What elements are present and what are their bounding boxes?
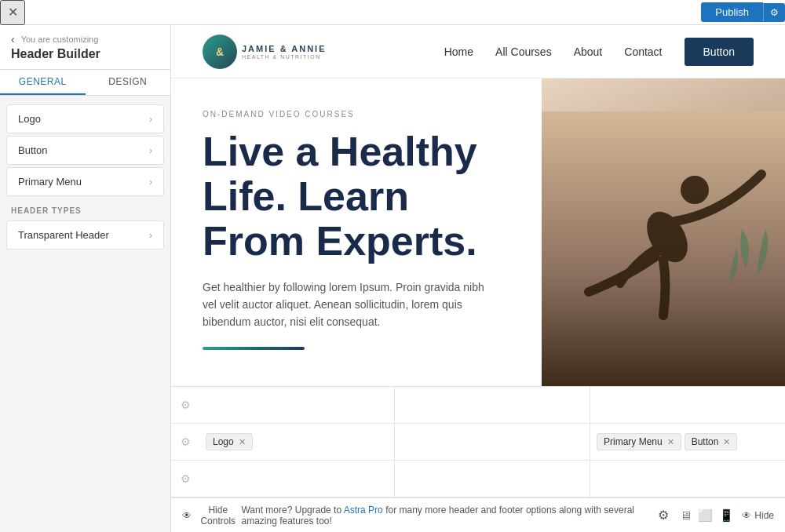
publish-area: Publish ⚙ [701, 2, 785, 22]
hide-button[interactable]: 👁 Hide [742, 510, 774, 521]
svg-point-2 [681, 176, 709, 204]
builder-col-1-1[interactable] [199, 387, 395, 423]
panel-item-transparent-label: Transparent Header [18, 229, 109, 241]
logo-tag[interactable]: Logo ✕ [206, 433, 253, 450]
top-bar: ✕ Publish ⚙ [0, 0, 785, 25]
mobile-icon[interactable]: 📱 [719, 508, 734, 523]
left-panel: ‹ You are customizing Header Builder GEN… [0, 25, 171, 532]
footer-right: ⚙ 🖥 ⬜ 📱 👁 Hide [655, 505, 774, 526]
site-nav: Home All Courses About Contact Button [444, 38, 754, 66]
chevron-icon: › [149, 177, 152, 188]
nav-all-courses[interactable]: All Courses [495, 46, 552, 58]
upgrade-text: Want more? Upgrade to [241, 505, 341, 516]
panel-item-logo-label: Logo [18, 113, 41, 125]
panel-item-button[interactable]: Button › [6, 136, 164, 165]
site-header: & JAMIE & ANNIE HEALTH & NUTRITION Home … [171, 25, 785, 78]
logo-circle: & [203, 35, 237, 69]
row-handle-3: ⚙ [171, 472, 199, 485]
logo-name: JAMIE & ANNIE [242, 43, 327, 54]
button-tag[interactable]: Button ✕ [685, 433, 738, 450]
eye-icon: 👁 [182, 510, 192, 521]
panel-title: Header Builder [11, 47, 159, 61]
footer-bar: 👁 Hide Controls Want more? Upgrade to As… [171, 497, 785, 532]
logo-ampersand: & [216, 46, 224, 58]
nav-about[interactable]: About [574, 46, 603, 58]
close-button[interactable]: ✕ [0, 0, 25, 25]
builder-bar: ⚙ ⚙ Logo ✕ Primary Menu ✕ [171, 386, 785, 497]
row-handle-1: ⚙ [171, 399, 199, 411]
publish-button[interactable]: Publish [701, 2, 763, 22]
tablet-icon[interactable]: ⬜ [698, 508, 713, 523]
primary-menu-tag[interactable]: Primary Menu ✕ [597, 433, 681, 450]
hide-icon: 👁 [742, 510, 751, 521]
logo-tag-label: Logo [213, 436, 234, 447]
panel-item-primary-menu-label: Primary Menu [18, 176, 82, 188]
hide-label: Hide [754, 510, 774, 521]
builder-col-1-2[interactable] [395, 387, 590, 423]
device-icons: 🖥 ⬜ 📱 [680, 508, 734, 523]
hero-image [542, 78, 785, 386]
back-button[interactable]: ‹ [11, 33, 15, 46]
nav-cta-button[interactable]: Button [685, 38, 754, 66]
footer-center: Want more? Upgrade to Astra Pro for many… [241, 505, 655, 527]
button-tag-label: Button [692, 436, 719, 447]
primary-menu-tag-label: Primary Menu [604, 436, 663, 447]
hide-controls-button[interactable]: 👁 Hide Controls [182, 505, 241, 527]
tab-general[interactable]: GENERAL [0, 70, 86, 95]
builder-row-2: ⚙ Logo ✕ Primary Menu ✕ Button ✕ [171, 424, 785, 461]
panel-header: ‹ You are customizing Header Builder [0, 25, 170, 70]
panel-item-primary-menu[interactable]: Primary Menu › [6, 167, 164, 196]
hero-underline [203, 347, 305, 350]
builder-col-2-1[interactable]: Logo ✕ [199, 424, 395, 460]
desktop-icon[interactable]: 🖥 [680, 508, 692, 523]
preview-area: & JAMIE & ANNIE HEALTH & NUTRITION Home … [171, 25, 785, 532]
builder-col-1-3[interactable] [590, 387, 785, 423]
site-logo: & JAMIE & ANNIE HEALTH & NUTRITION [203, 35, 327, 69]
row-handle-2: ⚙ [171, 435, 199, 448]
nav-contact[interactable]: Contact [624, 46, 662, 58]
chevron-icon: › [149, 114, 152, 125]
publish-settings-button[interactable]: ⚙ [763, 3, 785, 22]
logo-text-block: JAMIE & ANNIE HEALTH & NUTRITION [242, 43, 327, 60]
builder-col-3-3[interactable] [590, 461, 785, 497]
panel-breadcrumb: ‹ You are customizing [11, 33, 159, 46]
hero-section: ON-DEMAND VIDEO COURSES Live a Healthy L… [171, 78, 785, 386]
settings-icon-button[interactable]: ⚙ [655, 505, 672, 526]
yoga-illustration [542, 111, 785, 386]
logo-tag-close[interactable]: ✕ [239, 437, 246, 447]
hero-content: ON-DEMAND VIDEO COURSES Live a Healthy L… [171, 78, 542, 386]
panel-item-transparent-header[interactable]: Transparent Header › [6, 220, 164, 250]
button-tag-close[interactable]: ✕ [723, 437, 730, 447]
panel-item-button-label: Button [18, 144, 48, 156]
hide-controls-label: Hide Controls [195, 505, 241, 527]
hero-heading: Live a Healthy Life. Learn From Experts. [203, 129, 510, 264]
builder-col-2-2[interactable] [395, 424, 590, 460]
breadcrumb-text: You are customizing [21, 35, 99, 44]
hero-body: Get healthier by following lorem Ipsum. … [203, 279, 485, 331]
nav-home[interactable]: Home [444, 46, 473, 58]
builder-col-2-3[interactable]: Primary Menu ✕ Button ✕ [590, 424, 785, 460]
section-header-types: HEADER TYPES [0, 199, 170, 218]
builder-col-3-2[interactable] [395, 461, 590, 497]
chevron-icon: › [149, 230, 152, 241]
builder-row-3: ⚙ [171, 461, 785, 497]
panel-tabs: GENERAL DESIGN [0, 70, 170, 96]
panel-item-logo[interactable]: Logo › [6, 104, 164, 133]
primary-menu-tag-close[interactable]: ✕ [667, 437, 674, 447]
footer-left: 👁 Hide Controls [182, 505, 241, 527]
builder-col-3-1[interactable] [199, 461, 395, 497]
builder-row-1: ⚙ [171, 387, 785, 424]
logo-subtitle: HEALTH & NUTRITION [242, 54, 327, 60]
main-area: ‹ You are customizing Header Builder GEN… [0, 25, 785, 532]
hero-label: ON-DEMAND VIDEO COURSES [203, 110, 510, 118]
astra-pro-link[interactable]: Astra Pro [344, 505, 383, 516]
panel-items: Logo › Button › Primary Menu › HEADER TY… [0, 96, 170, 258]
chevron-icon: › [149, 145, 152, 156]
tab-design[interactable]: DESIGN [86, 70, 171, 95]
